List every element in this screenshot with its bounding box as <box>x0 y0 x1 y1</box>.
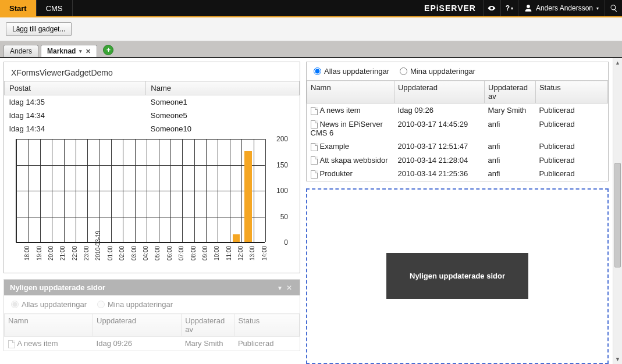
tab-label: Marknad <box>47 47 76 55</box>
x-tick-label: 23:00 <box>83 246 90 260</box>
x-tick-label: 2010-03-19 <box>95 231 101 260</box>
topbar: Start CMS EPiSERVER ?▾ Anders Andersson … <box>0 0 622 17</box>
tab-anders[interactable]: Anders <box>3 45 38 57</box>
x-tick-label: 21:00 <box>59 246 66 260</box>
user-menu[interactable]: Anders Andersson ▾ <box>518 0 605 16</box>
bar-chart: 05010015020018:0019:0020:0021:0022:0023:… <box>10 139 294 267</box>
gadget-header-title: Nyligen uppdaterade sidor <box>10 283 275 292</box>
content-area: XFormsViewerGadgetDemo Postat Name Idag … <box>0 58 622 364</box>
col-updated[interactable]: Uppdaterad <box>394 81 484 104</box>
page-icon <box>311 143 318 151</box>
gadget-header[interactable]: Nyligen uppdaterade sidor ▾ ✕ <box>4 280 300 295</box>
add-gadget-button[interactable]: Lägg till gadget... <box>6 22 72 36</box>
chevron-down-icon[interactable]: ▾ <box>275 284 285 292</box>
x-tick-label: 04:00 <box>143 246 149 260</box>
col-status[interactable]: Status <box>535 81 607 104</box>
topnav-start[interactable]: Start <box>0 0 37 16</box>
x-tick-label: 10:00 <box>214 246 220 260</box>
x-tick-label: 06:00 <box>166 246 173 260</box>
dashboard-tabstrip: Anders Marknad ▾ ✕ + <box>0 41 622 58</box>
page-icon <box>311 170 318 179</box>
table-row[interactable]: A news itemIdag 09:26Mary SmithPublicera… <box>307 104 608 117</box>
updates-panel: Allas uppdateringar Mina uppdateringar N… <box>306 62 609 181</box>
x-tick-label: 07:00 <box>178 246 184 260</box>
y-tick-label: 0 <box>284 238 288 247</box>
x-tick-label: 22:00 <box>72 246 78 260</box>
x-tick-label: 05:00 <box>154 246 161 260</box>
x-tick-label: 20:00 <box>48 246 54 260</box>
x-tick-label: 11:00 <box>226 246 232 260</box>
user-name: Anders Andersson <box>536 4 593 12</box>
table-row[interactable]: News in EPiServer CMS 62010-03-17 14:45:… <box>307 117 608 140</box>
help-icon[interactable]: ?▾ <box>500 0 518 16</box>
y-tick-label: 150 <box>276 161 288 169</box>
page-icon <box>8 340 15 348</box>
x-tick-label: 02:00 <box>119 246 125 260</box>
col-postat[interactable]: Postat <box>5 81 146 95</box>
filter-all-radio[interactable]: Allas uppdateringar <box>11 300 87 309</box>
col-name[interactable]: Namn <box>307 81 394 104</box>
table-row: Idag 14:34Someone10 <box>5 122 300 135</box>
y-tick-label: 200 <box>276 135 288 143</box>
table-row: Idag 14:34Someone5 <box>5 109 300 122</box>
y-tick-label: 50 <box>280 213 288 221</box>
add-tab-button[interactable]: + <box>103 45 113 55</box>
close-icon[interactable]: ✕ <box>285 284 294 292</box>
x-tick-label: 12:00 <box>237 246 244 260</box>
topnav-cms[interactable]: CMS <box>37 0 73 16</box>
scroll-down-arrow[interactable]: ▼ <box>613 355 622 364</box>
col-name[interactable]: Name <box>146 81 300 95</box>
x-tick-label: 09:00 <box>202 246 208 260</box>
table-row[interactable]: Att skapa webbsidor2010-03-14 21:28:04an… <box>307 154 608 167</box>
toolbar: Lägg till gadget... <box>0 17 622 41</box>
close-icon[interactable]: ✕ <box>86 48 91 55</box>
x-tick-label: 01:00 <box>107 246 113 260</box>
x-tick-label: 18:00 <box>24 246 30 260</box>
x-tick-label: 08:00 <box>190 246 197 260</box>
recent-updates-gadget-dragging: Nyligen uppdaterade sidor ▾ ✕ Allas uppd… <box>3 279 300 351</box>
table-row: Idag 14:35Someone1 <box>5 95 300 109</box>
search-icon[interactable] <box>605 0 622 16</box>
updates-table: Namn Uppdaterad Uppdaterad av Status A n… <box>307 80 608 181</box>
tab-marknad[interactable]: Marknad ▾ ✕ <box>41 45 97 57</box>
drag-ghost: Nyligen uppdaterade sidor <box>386 253 528 299</box>
filter-mine-radio[interactable]: Mina uppdateringar <box>400 67 475 76</box>
filter-all-radio[interactable]: Allas uppdateringar <box>314 67 389 76</box>
vertical-scrollbar[interactable]: ▲ ▼ <box>613 58 622 364</box>
page-icon <box>311 156 318 165</box>
chart-bar <box>233 234 240 242</box>
chart-bar <box>244 151 251 242</box>
col-by[interactable]: Uppdaterad av <box>485 81 536 104</box>
page-icon <box>311 107 318 115</box>
gadget-dropzone[interactable]: Nyligen uppdaterade sidor <box>306 188 609 364</box>
x-tick-label: 13:00 <box>249 246 255 260</box>
user-icon <box>524 4 532 12</box>
table-row[interactable]: Example2010-03-17 12:51:47anfiPublicerad <box>307 140 608 154</box>
table-row[interactable]: Produkter2010-03-14 21:25:36anfiPublicer… <box>307 167 608 181</box>
eye-icon[interactable] <box>483 0 500 16</box>
xforms-table: Postat Name Idag 14:35Someone1 Idag 14:3… <box>4 81 300 135</box>
filter-mine-radio[interactable]: Mina uppdateringar <box>97 300 173 309</box>
x-tick-label: 14:00 <box>261 246 268 260</box>
table-row: A news item Idag 09:26 Mary Smith Public… <box>5 337 300 351</box>
x-tick-label: 03:00 <box>131 246 137 260</box>
scroll-thumb[interactable] <box>614 163 621 267</box>
brand-logo: EPiSERVER <box>417 0 483 16</box>
x-tick-label: 19:00 <box>36 246 42 260</box>
chevron-down-icon[interactable]: ▾ <box>79 48 82 54</box>
gadget-title: XFormsViewerGadgetDemo <box>4 62 300 81</box>
xforms-gadget: XFormsViewerGadgetDemo Postat Name Idag … <box>3 62 300 273</box>
page-icon <box>311 120 318 129</box>
tab-label: Anders <box>10 47 32 55</box>
y-tick-label: 100 <box>276 187 288 195</box>
scroll-up-arrow[interactable]: ▲ <box>613 58 622 67</box>
